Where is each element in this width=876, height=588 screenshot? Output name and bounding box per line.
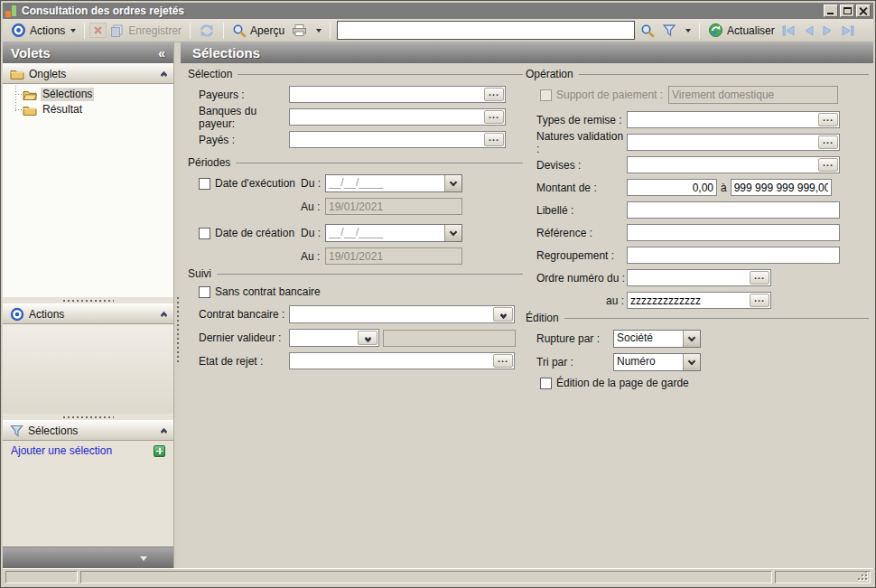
filter-options-button[interactable] (680, 27, 694, 34)
group-suivi-label: Suivi (188, 267, 217, 281)
sidebar-volets: Volets « Onglets Sélections Résultat (3, 42, 174, 568)
section-actions[interactable]: Actions (3, 303, 173, 324)
types-remise-input[interactable] (628, 112, 839, 127)
date-creation-checkbox[interactable] (199, 228, 210, 239)
toolbar-separator (223, 23, 224, 39)
banques-lookup-button[interactable]: ... (484, 110, 504, 124)
date-execution-checkbox[interactable] (199, 178, 210, 190)
execution-au-input (325, 198, 462, 215)
section-selections[interactable]: Sélections (3, 420, 173, 441)
sidebar-filler (3, 461, 173, 546)
date-execution-label: Date d'exécution (215, 177, 295, 190)
tri-par-dropdown-button[interactable] (683, 354, 700, 370)
tree-item-resultat[interactable]: Résultat (23, 102, 173, 117)
tri-par-combo[interactable]: Numéro (613, 353, 701, 371)
sidebar-collapse-icon[interactable]: « (158, 47, 165, 60)
regroupement-input[interactable] (627, 247, 840, 264)
tree-item-label: Résultat (41, 103, 84, 117)
natures-validation-input[interactable] (628, 135, 839, 150)
folder-open-icon (23, 89, 37, 101)
reference-input[interactable] (627, 224, 840, 241)
creation-du-dropdown-button[interactable] (444, 225, 461, 241)
types-remise-lookup-button[interactable]: ... (818, 113, 838, 126)
ellipsis-icon: ... (489, 135, 499, 139)
libelle-input[interactable] (627, 201, 840, 219)
devises-field: ... (627, 156, 840, 173)
actions-panel-body (3, 324, 173, 414)
group-operation-label: Opération (526, 68, 579, 81)
nav-last-button[interactable] (837, 23, 858, 38)
payeurs-lookup-button[interactable]: ... (484, 88, 504, 101)
rupture-par-combo[interactable]: Société (613, 330, 701, 348)
du-label: Du : (301, 177, 325, 190)
close-button[interactable] (856, 5, 871, 17)
montant-from-input[interactable] (627, 179, 717, 196)
actions-menu-label: Actions (30, 24, 65, 37)
contrat-expand-button[interactable] (493, 307, 513, 322)
collapse-up-icon[interactable] (162, 311, 166, 318)
add-selection-link[interactable]: Ajouter une sélection (11, 444, 112, 457)
search-input[interactable] (337, 21, 635, 40)
payeurs-input[interactable] (290, 87, 505, 102)
section-onglets[interactable]: Onglets (3, 63, 173, 84)
sync-arrows-icon (199, 23, 215, 38)
creation-du-combo[interactable]: __/__/____ (325, 224, 462, 242)
etat-rejet-lookup-button[interactable]: ... (493, 354, 513, 368)
sync-button[interactable] (195, 22, 219, 40)
collapsed-panel-bar[interactable] (3, 546, 173, 568)
au-label: Au : (301, 250, 325, 263)
search-button[interactable] (637, 22, 658, 40)
filter-button[interactable] (658, 22, 680, 39)
sidebar-splitter[interactable] (3, 297, 173, 303)
resize-grip-icon[interactable] (858, 571, 868, 581)
payes-input[interactable] (290, 132, 505, 147)
nav-previous-button[interactable] (799, 23, 818, 38)
valideur-expand-button[interactable] (358, 331, 377, 345)
support-paiement-input (668, 86, 838, 104)
splitter-dots-icon (63, 416, 114, 418)
tree-item-selections[interactable]: Sélections (23, 87, 173, 102)
refresh-button[interactable]: Actualiser (704, 21, 778, 40)
status-cell-right (775, 571, 871, 583)
minimize-button[interactable] (824, 5, 838, 17)
montant-label: Montant de : (536, 182, 627, 194)
ordre-au-lookup-button[interactable]: ... (750, 294, 769, 307)
montant-to-input[interactable] (731, 179, 832, 196)
nav-next-button[interactable] (818, 23, 837, 38)
preview-button[interactable]: Aperçu (228, 22, 288, 40)
ordre-numero-du-label: Ordre numéro du : (536, 272, 627, 285)
banques-input[interactable] (290, 109, 505, 125)
delete-button[interactable] (89, 23, 107, 38)
tri-par-label: Tri par : (536, 356, 613, 369)
execution-du-combo[interactable]: __/__/____ (325, 174, 462, 192)
print-options-button[interactable] (311, 27, 325, 34)
maximize-button[interactable] (840, 5, 854, 17)
nav-first-button[interactable] (778, 23, 799, 38)
group-operation: Opération Support de paiement : Types de… (526, 74, 869, 309)
group-suivi: Suivi Sans contrat bancaire Contrat banc… (188, 274, 523, 369)
collapse-up-icon[interactable] (162, 427, 166, 434)
panel-splitter[interactable] (174, 42, 181, 568)
add-selection-plus-icon[interactable] (154, 445, 165, 457)
contrat-input[interactable] (290, 306, 514, 322)
sidebar-splitter[interactable] (3, 414, 173, 420)
page-garde-checkbox[interactable] (540, 378, 552, 389)
etat-rejet-input[interactable] (290, 353, 514, 369)
print-button[interactable] (288, 22, 311, 39)
devises-input[interactable] (628, 157, 839, 173)
ordre-du-lookup-button[interactable]: ... (750, 271, 769, 285)
actions-menu-button[interactable]: Actions (7, 21, 79, 40)
collapse-up-icon[interactable] (162, 70, 166, 78)
execution-du-dropdown-button[interactable] (444, 175, 461, 191)
status-cell-left (5, 571, 78, 583)
preview-magnifier-icon (232, 23, 247, 38)
rupture-par-dropdown-button[interactable] (683, 331, 700, 347)
natures-validation-lookup-button[interactable]: ... (818, 135, 838, 149)
title-bar: Consultation des ordres rejetés (3, 3, 873, 19)
devises-lookup-button[interactable]: ... (818, 158, 838, 172)
sans-contrat-checkbox[interactable] (199, 286, 210, 298)
payes-lookup-button[interactable]: ... (484, 133, 504, 146)
double-chevron-down-icon (501, 312, 506, 318)
save-button[interactable]: Enregistrer (107, 23, 185, 39)
banques-label: Banques du payeur: (199, 105, 289, 130)
